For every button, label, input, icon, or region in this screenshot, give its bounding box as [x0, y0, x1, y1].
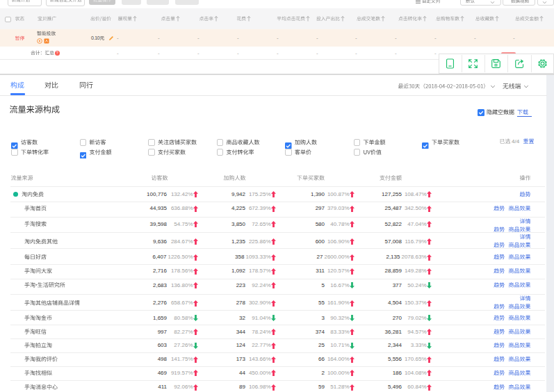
svg-text:?: ? [56, 51, 58, 55]
